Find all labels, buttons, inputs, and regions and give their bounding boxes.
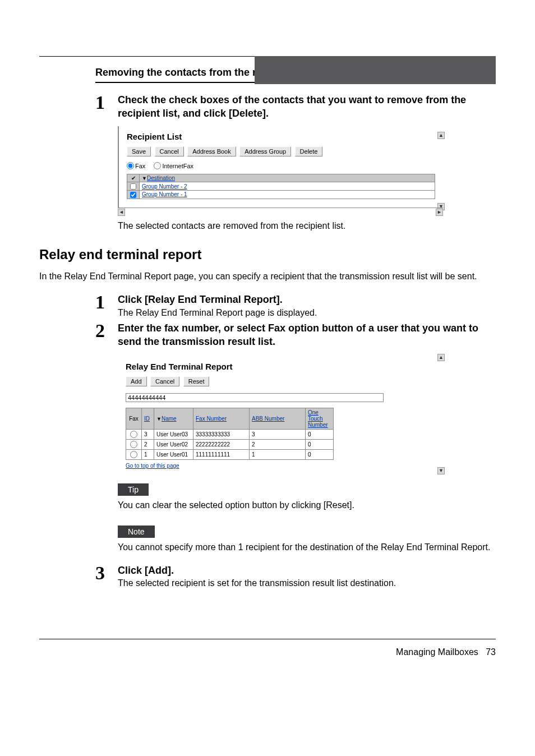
table-row: 3 User User03 33333333333 3 0	[126, 430, 334, 440]
table-row: 1 User User01 11111111111 1 0	[126, 450, 334, 460]
col-fax-number[interactable]: Fax Number	[193, 408, 250, 430]
tip-text: You can clear the selected option button…	[118, 499, 496, 511]
reset-button[interactable]: Reset	[183, 376, 210, 386]
destination-column-header[interactable]: ▼Destination	[140, 174, 435, 182]
scrollbar-right-icon[interactable]: ►	[436, 209, 443, 216]
step-heading: Click [Relay End Terminal Report].	[118, 293, 496, 306]
fax-radio-label: Fax	[135, 163, 145, 169]
table-row: Group Number - 1	[127, 191, 435, 199]
relay-report-toolbar: Add Cancel Reset	[126, 376, 435, 386]
step-description: The Relay End Terminal Report page is di…	[118, 308, 496, 318]
fax-radio[interactable]	[127, 162, 134, 169]
internetfax-radio-label: InternetFax	[162, 163, 193, 169]
row-checkbox[interactable]	[130, 183, 136, 190]
scrollbar-up-icon[interactable]: ▲	[437, 132, 445, 139]
relay-report-table: Fax ID ▼Name Fax Number ABB Number One T…	[126, 408, 334, 460]
cell-abb: 1	[250, 450, 306, 460]
cell-fax: 11111111111	[193, 450, 250, 460]
step-heading: Enter the fax number, or select Fax opti…	[118, 321, 496, 349]
step-3-relay: 3 Click [Add]. The selected recipient is…	[95, 564, 496, 588]
horizontal-scrollbar[interactable]: ◄ ►	[118, 208, 443, 216]
delete-button[interactable]: Delete	[295, 146, 323, 156]
row-checkbox[interactable]	[130, 192, 136, 198]
table-row: 2 User User02 22222222222 2 0	[126, 440, 334, 450]
row-radio[interactable]	[130, 441, 137, 448]
save-button[interactable]: Save	[127, 146, 151, 156]
tip-label: Tip	[118, 483, 149, 496]
cell-abb: 2	[250, 440, 306, 450]
col-id[interactable]: ID	[142, 408, 154, 430]
step-number: 3	[95, 564, 118, 588]
rule-footer	[39, 639, 496, 639]
row-radio[interactable]	[130, 451, 137, 458]
scrollbar-up-icon[interactable]: ▲	[437, 354, 445, 361]
destination-link[interactable]: Group Number - 1	[142, 191, 187, 197]
fax-number-input[interactable]	[126, 393, 384, 402]
row-radio[interactable]	[130, 431, 137, 438]
add-button[interactable]: Add	[126, 376, 147, 386]
footer-page: 73	[486, 647, 496, 657]
col-one-touch[interactable]: One Touch Number	[306, 408, 334, 430]
select-all-checkbox-header[interactable]: ✔	[127, 174, 140, 182]
step-heading: Check the check boxes of the contacts th…	[118, 93, 496, 121]
cell-id: 2	[142, 440, 154, 450]
address-group-button[interactable]: Address Group	[239, 146, 291, 156]
cell-abb: 3	[250, 430, 306, 440]
step-2-relay: 2 Enter the fax number, or select Fax op…	[95, 321, 496, 349]
destination-link[interactable]: Group Number - 2	[142, 183, 187, 190]
step-heading: Click [Add].	[118, 564, 496, 577]
col-fax: Fax	[126, 408, 142, 430]
step-number: 1	[95, 293, 118, 317]
step-1-remove: 1 Check the check boxes of the contacts …	[95, 93, 496, 121]
scrollbar-left-icon[interactable]: ◄	[118, 209, 125, 216]
relay-intro: In the Relay End Terminal Report page, y…	[39, 270, 496, 283]
cell-fax: 33333333333	[193, 430, 250, 440]
note-text: You cannot specify more than 1 recipient…	[118, 541, 496, 554]
cancel-button[interactable]: Cancel	[155, 146, 184, 156]
sort-arrow-icon: ▼	[156, 416, 162, 422]
go-to-top-link[interactable]: Go to top of this page	[126, 463, 179, 469]
cell-name: User User01	[154, 450, 193, 460]
scrollbar-down-icon[interactable]: ▼	[437, 467, 445, 474]
recipient-list-toolbar: Save Cancel Address Book Address Group D…	[127, 146, 435, 156]
cell-one: 0	[306, 440, 334, 450]
footer-section: Managing Mailboxes	[396, 647, 478, 657]
step-number: 2	[95, 321, 118, 349]
col-name[interactable]: ▼Name	[154, 408, 193, 430]
cell-id: 1	[142, 450, 154, 460]
cell-name: User User02	[154, 440, 193, 450]
step-1-after-text: The selected contacts are removed from t…	[118, 221, 496, 231]
screenshot-recipient-list: ▲ Recipient List Save Cancel Address Boo…	[118, 126, 496, 216]
col-abb-number[interactable]: ABB Number	[250, 408, 306, 430]
section-title-relay: Relay end terminal report	[39, 247, 496, 262]
recipient-list-type-radios: Fax InternetFax	[127, 162, 435, 170]
page-header-bar	[255, 56, 496, 84]
recipient-list-table: ✔ ▼Destination Group Number - 2 Group Nu…	[127, 174, 435, 199]
cell-fax: 22222222222	[193, 440, 250, 450]
cancel-button[interactable]: Cancel	[150, 376, 179, 386]
cell-id: 3	[142, 430, 154, 440]
address-book-button[interactable]: Address Book	[187, 146, 236, 156]
cell-name: User User03	[154, 430, 193, 440]
relay-report-title: Relay End Terminal Report	[126, 362, 435, 371]
cell-one: 0	[306, 430, 334, 440]
sort-arrow-icon: ▼	[142, 176, 147, 181]
internetfax-radio[interactable]	[154, 162, 161, 169]
note-label: Note	[118, 525, 155, 538]
screenshot-relay-report: ▲ Relay End Terminal Report Add Cancel R…	[118, 354, 496, 474]
cell-one: 0	[306, 450, 334, 460]
recipient-list-title: Recipient List	[127, 132, 435, 141]
page-footer: Managing Mailboxes 73	[39, 647, 496, 657]
step-1-relay: 1 Click [Relay End Terminal Report]. The…	[95, 293, 496, 317]
step-number: 1	[95, 93, 118, 121]
table-row: Group Number - 2	[127, 182, 435, 191]
step-description: The selected recipient is set for the tr…	[118, 578, 496, 588]
